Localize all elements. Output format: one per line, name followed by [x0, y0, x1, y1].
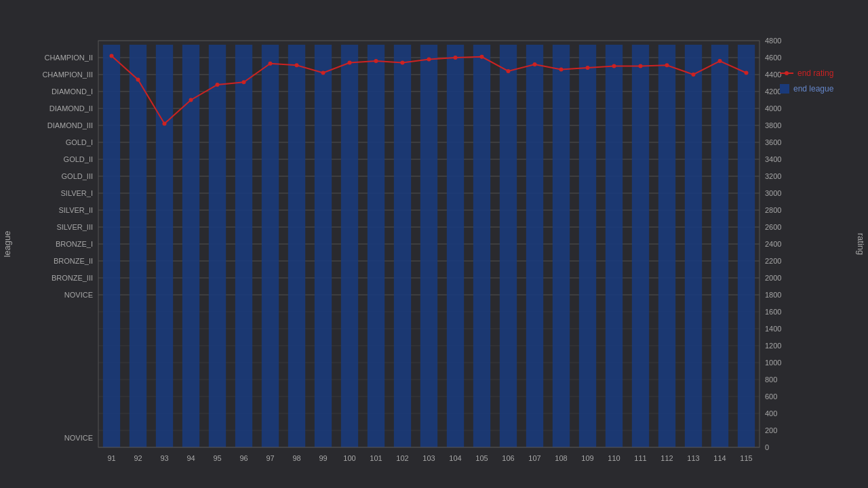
svg-text:end league: end league — [793, 84, 834, 94]
svg-text:0: 0 — [765, 443, 769, 451]
svg-text:600: 600 — [765, 392, 777, 401]
svg-rect-98 — [526, 45, 543, 447]
svg-text:2600: 2600 — [765, 223, 781, 231]
svg-text:NOVICE: NOVICE — [64, 291, 93, 299]
svg-text:98: 98 — [292, 454, 300, 462]
svg-point-112 — [242, 80, 246, 84]
svg-point-118 — [401, 61, 405, 65]
svg-point-160 — [785, 71, 789, 75]
svg-text:3800: 3800 — [765, 121, 781, 129]
svg-text:BRONZE_III: BRONZE_III — [52, 274, 93, 282]
svg-rect-92 — [368, 45, 384, 447]
svg-text:1800: 1800 — [765, 291, 781, 299]
svg-rect-87 — [235, 45, 252, 447]
svg-text:1400: 1400 — [765, 325, 781, 333]
svg-text:1000: 1000 — [765, 359, 781, 367]
svg-text:111: 111 — [634, 454, 646, 462]
svg-text:4600: 4600 — [765, 54, 781, 62]
svg-point-116 — [348, 61, 352, 65]
svg-text:97: 97 — [266, 454, 274, 462]
svg-text:100: 100 — [343, 454, 355, 462]
svg-text:DIAMOND_III: DIAMOND_III — [47, 121, 93, 129]
svg-point-117 — [374, 59, 378, 63]
svg-point-121 — [480, 55, 484, 59]
svg-point-129 — [692, 73, 696, 77]
svg-point-115 — [321, 71, 326, 75]
svg-text:3200: 3200 — [765, 172, 781, 180]
svg-point-130 — [718, 59, 722, 63]
svg-text:1200: 1200 — [765, 342, 781, 350]
svg-text:106: 106 — [502, 454, 514, 462]
svg-text:2200: 2200 — [765, 257, 781, 265]
svg-text:3400: 3400 — [765, 155, 781, 163]
svg-text:SILVER_II: SILVER_II — [58, 206, 93, 214]
svg-point-126 — [612, 64, 616, 68]
svg-point-119 — [427, 58, 431, 62]
svg-text:92: 92 — [134, 454, 142, 462]
svg-rect-86 — [209, 45, 226, 447]
svg-text:league: league — [2, 230, 12, 257]
svg-text:GOLD_I: GOLD_I — [66, 138, 93, 146]
svg-rect-103 — [658, 45, 675, 447]
svg-text:DIAMOND_II: DIAMOND_II — [50, 104, 93, 113]
svg-text:91: 91 — [107, 454, 115, 462]
svg-text:CHAMPION_II: CHAMPION_II — [44, 54, 93, 62]
svg-point-114 — [295, 63, 299, 67]
svg-point-109 — [163, 122, 167, 126]
svg-rect-82 — [103, 45, 120, 447]
svg-text:93: 93 — [160, 454, 168, 462]
svg-text:95: 95 — [213, 454, 221, 462]
svg-text:CHAMPION_III: CHAMPION_III — [42, 70, 93, 79]
svg-text:end rating: end rating — [797, 68, 833, 78]
svg-text:GOLD_II: GOLD_II — [64, 155, 93, 163]
svg-rect-105 — [711, 45, 728, 447]
svg-text:112: 112 — [660, 454, 673, 462]
svg-text:SILVER_III: SILVER_III — [56, 223, 93, 231]
svg-text:114: 114 — [713, 454, 726, 462]
svg-rect-83 — [130, 45, 146, 447]
svg-point-124 — [559, 68, 564, 72]
svg-text:BRONZE_II: BRONZE_II — [54, 257, 93, 265]
svg-point-111 — [216, 83, 220, 87]
svg-text:4400: 4400 — [765, 70, 781, 79]
svg-text:2400: 2400 — [765, 240, 781, 248]
svg-rect-94 — [420, 45, 437, 447]
svg-text:SILVER_I: SILVER_I — [61, 189, 94, 197]
svg-point-122 — [507, 69, 511, 73]
svg-text:102: 102 — [396, 454, 408, 462]
svg-rect-84 — [156, 45, 173, 447]
svg-text:4800: 4800 — [765, 37, 781, 45]
svg-text:800: 800 — [765, 375, 777, 384]
svg-text:110: 110 — [608, 454, 620, 462]
svg-text:96: 96 — [239, 454, 248, 462]
svg-rect-97 — [500, 45, 517, 447]
chart-container: 0200400600800100012001400160018002000220… — [0, 0, 868, 488]
svg-text:104: 104 — [449, 454, 461, 462]
svg-text:1600: 1600 — [765, 308, 781, 316]
svg-point-128 — [665, 63, 669, 67]
svg-text:3600: 3600 — [765, 138, 781, 146]
svg-text:2000: 2000 — [765, 274, 781, 282]
svg-rect-91 — [341, 45, 358, 447]
svg-text:rating: rating — [856, 233, 866, 256]
svg-text:GOLD_III: GOLD_III — [62, 172, 93, 180]
svg-text:108: 108 — [555, 454, 567, 462]
svg-text:101: 101 — [370, 454, 382, 462]
svg-rect-162 — [780, 84, 789, 94]
svg-rect-99 — [553, 45, 570, 447]
svg-text:NOVICE: NOVICE — [64, 434, 93, 442]
svg-point-107 — [110, 54, 114, 58]
svg-rect-101 — [606, 45, 623, 447]
svg-rect-93 — [394, 45, 411, 447]
svg-text:103: 103 — [422, 454, 435, 462]
svg-text:105: 105 — [475, 454, 488, 462]
svg-text:113: 113 — [687, 454, 699, 462]
svg-rect-95 — [447, 45, 464, 447]
svg-text:107: 107 — [528, 454, 540, 462]
svg-rect-90 — [315, 45, 332, 447]
svg-point-131 — [745, 71, 749, 75]
svg-text:400: 400 — [765, 409, 777, 418]
svg-text:200: 200 — [765, 426, 777, 434]
svg-text:BRONZE_I: BRONZE_I — [56, 240, 93, 248]
svg-rect-96 — [473, 45, 490, 447]
